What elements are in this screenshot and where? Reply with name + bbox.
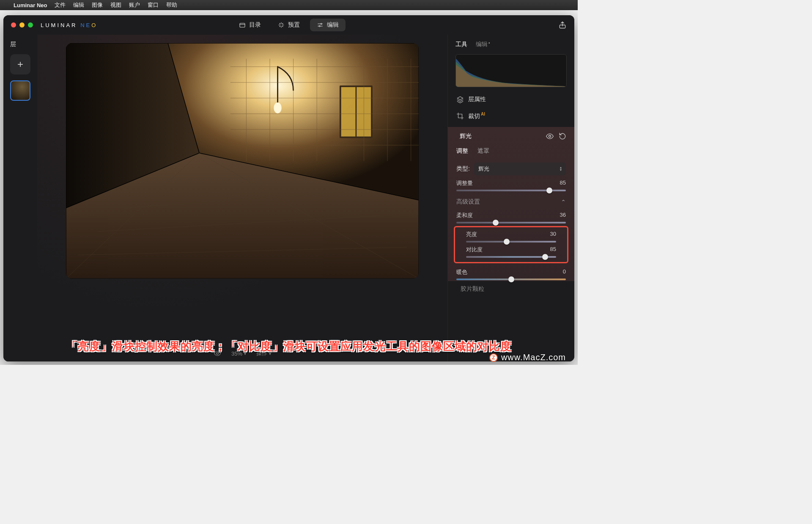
softness-label: 柔和度 xyxy=(456,212,473,219)
tab-presets-label: 预置 xyxy=(288,21,300,29)
warmth-value: 0 xyxy=(563,268,566,276)
warmth-label: 暖色 xyxy=(456,268,467,276)
type-select[interactable]: 辉光 ▴▾ xyxy=(474,163,566,175)
share-icon[interactable] xyxy=(558,21,567,29)
amount-label: 调整量 xyxy=(456,179,473,187)
svg-point-2 xyxy=(319,25,320,27)
canvas-footer: 35% ▾ 操作 ▾ xyxy=(214,350,271,357)
layer-properties-row[interactable]: 层属性 xyxy=(448,91,574,108)
adjust-subtab[interactable]: 调整 xyxy=(456,147,468,155)
contrast-label: 对比度 xyxy=(466,246,483,254)
glow-tool-panel: 辉光 调整 遮罩 类型: 辉光 ▴▾ xyxy=(448,127,574,281)
chevron-down-icon: ▾ xyxy=(269,351,271,356)
select-chevrons-icon: ▴▾ xyxy=(560,166,562,171)
app-logo: LUMINAR NEO xyxy=(41,22,97,28)
tab-catalog-label: 目录 xyxy=(249,21,261,29)
chevron-down-icon: ▾ xyxy=(244,351,246,356)
titlebar: LUMINAR NEO 目录 预置 编辑 xyxy=(3,15,574,35)
brightness-value: 30 xyxy=(550,231,556,238)
film-grain-label: 胶片颗粒 xyxy=(461,285,484,293)
chevron-up-icon: ⌄ xyxy=(561,199,566,205)
menu-window[interactable]: 窗口 xyxy=(148,1,159,9)
glow-title: 辉光 xyxy=(460,132,472,140)
tab-presets[interactable]: 预置 xyxy=(271,19,307,31)
svg-rect-0 xyxy=(240,23,245,27)
amount-value: 85 xyxy=(560,179,566,187)
warmth-slider[interactable] xyxy=(456,279,566,280)
menu-file[interactable]: 文件 xyxy=(55,1,66,9)
softness-slider[interactable] xyxy=(456,222,566,223)
mac-menubar: Luminar Neo 文件 编辑 图像 视图 账户 窗口 帮助 xyxy=(0,0,578,10)
histogram[interactable] xyxy=(455,54,567,87)
type-label: 类型: xyxy=(456,165,470,173)
menubar-app-name[interactable]: Luminar Neo xyxy=(14,2,47,8)
eye-icon[interactable] xyxy=(214,350,221,357)
tools-tab[interactable]: 工具 xyxy=(455,41,467,48)
glow-subtabs: 调整 遮罩 xyxy=(448,146,574,159)
tools-panel-tabs: 工具 编辑 xyxy=(448,35,574,52)
tab-edit-label: 编辑 xyxy=(327,21,339,29)
svg-point-16 xyxy=(274,102,282,113)
tools-panel: 工具 编辑 层属性 裁切AI xyxy=(447,35,574,361)
contrast-slider[interactable] xyxy=(466,256,556,258)
menu-view[interactable]: 视图 xyxy=(110,1,121,9)
layers-icon xyxy=(456,96,464,103)
svg-point-18 xyxy=(549,135,551,137)
svg-point-1 xyxy=(321,23,322,25)
crop-row[interactable]: 裁切AI xyxy=(448,108,574,124)
reset-icon[interactable] xyxy=(558,132,567,141)
add-layer-button[interactable]: + xyxy=(10,54,30,74)
sliders-icon xyxy=(317,22,324,28)
advanced-header[interactable]: 高级设置 ⌄ xyxy=(448,192,574,209)
brightness-slider-row: 亮度 30 xyxy=(458,228,565,243)
maximize-window-button[interactable] xyxy=(28,22,33,28)
glow-header[interactable]: 辉光 xyxy=(448,127,574,146)
app-body: 层 + xyxy=(3,35,574,361)
actions-label: 操作 xyxy=(256,350,267,357)
crop-label: 裁切AI xyxy=(468,112,485,120)
amount-slider[interactable] xyxy=(456,190,566,191)
annotation-highlight-box: 亮度 30 对比度 85 xyxy=(454,226,568,263)
zoom-value: 35% xyxy=(231,350,242,357)
top-tabs: 目录 预置 编辑 xyxy=(232,19,346,31)
type-value: 辉光 xyxy=(478,165,489,173)
layer-thumb-1[interactable] xyxy=(10,80,30,101)
actions-menu[interactable]: 操作 ▾ xyxy=(256,350,271,357)
layers-panel: 层 + xyxy=(3,35,37,361)
layer-properties-label: 层属性 xyxy=(468,96,486,103)
menu-image[interactable]: 图像 xyxy=(92,1,103,9)
tab-catalog[interactable]: 目录 xyxy=(232,19,268,31)
menu-help[interactable]: 帮助 xyxy=(166,1,177,9)
visibility-icon[interactable] xyxy=(546,132,554,141)
app-window: LUMINAR NEO 目录 预置 编辑 层 + xyxy=(3,15,574,361)
mask-subtab[interactable]: 遮罩 xyxy=(477,147,489,155)
menu-account[interactable]: 账户 xyxy=(129,1,140,9)
close-window-button[interactable] xyxy=(11,22,16,28)
contrast-slider-row: 对比度 85 xyxy=(458,243,565,259)
film-grain-row[interactable]: 胶片颗粒 xyxy=(448,281,574,297)
layers-title: 层 xyxy=(10,41,16,48)
brightness-label: 亮度 xyxy=(466,231,477,238)
svg-point-17 xyxy=(217,353,219,355)
type-row: 类型: 辉光 ▴▾ xyxy=(448,159,574,177)
minimize-window-button[interactable] xyxy=(19,22,25,28)
folder-icon xyxy=(239,22,246,28)
traffic-lights xyxy=(11,22,33,28)
advanced-label: 高级设置 xyxy=(456,198,480,206)
warmth-slider-row: 暖色 0 xyxy=(448,266,574,281)
sparkle-icon xyxy=(278,22,285,28)
crop-icon xyxy=(456,112,464,120)
menu-edit[interactable]: 编辑 xyxy=(73,1,84,9)
canvas-area: 35% ▾ 操作 ▾ xyxy=(37,35,447,361)
zoom-control[interactable]: 35% ▾ xyxy=(231,350,246,357)
image-canvas[interactable] xyxy=(66,43,419,279)
edits-tab[interactable]: 编辑 xyxy=(476,41,490,48)
softness-slider-row: 柔和度 36 xyxy=(448,209,574,224)
softness-value: 36 xyxy=(560,212,566,219)
amount-slider-row: 调整量 85 xyxy=(448,177,574,192)
contrast-value: 85 xyxy=(550,246,556,254)
tab-edit[interactable]: 编辑 xyxy=(310,19,346,31)
brightness-slider[interactable] xyxy=(466,241,556,243)
